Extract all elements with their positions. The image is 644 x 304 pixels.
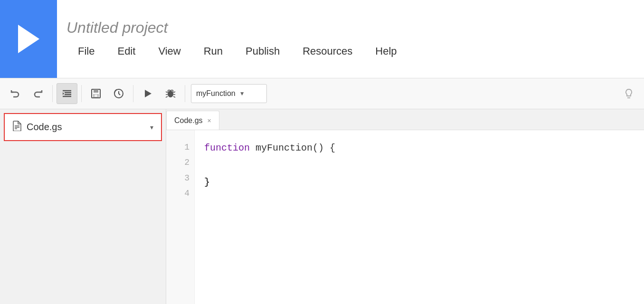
- redo-button[interactable]: [28, 83, 48, 104]
- menu-item-help[interactable]: Help: [364, 43, 408, 59]
- menu-item-edit[interactable]: Edit: [106, 43, 147, 59]
- code-content[interactable]: function myFunction() { }: [195, 130, 644, 304]
- code-line-4: [204, 191, 635, 208]
- file-dropdown-arrow-icon: ▾: [150, 124, 153, 131]
- keyword-function: function: [204, 142, 250, 153]
- line-number-3: 3: [171, 171, 189, 186]
- svg-rect-5: [94, 89, 98, 93]
- separator-4: [185, 85, 185, 102]
- tab-close-button[interactable]: ×: [208, 117, 211, 124]
- top-bar: Untitled project File Edit View Run Publ…: [0, 0, 644, 78]
- separator-1: [52, 85, 53, 102]
- code-line-3: }: [204, 174, 635, 191]
- file-icon: [12, 121, 22, 133]
- debug-icon: [165, 88, 176, 99]
- line-number-1: 1: [171, 140, 189, 155]
- logo-arrow-icon: [18, 25, 39, 53]
- save-button[interactable]: [85, 83, 106, 104]
- format-button[interactable]: [57, 83, 77, 104]
- save-icon: [90, 88, 102, 99]
- file-item[interactable]: Code.gs ▾: [4, 113, 162, 141]
- separator-2: [81, 85, 82, 102]
- history-button[interactable]: [108, 83, 129, 104]
- code-line-1: function myFunction() {: [204, 140, 635, 157]
- svg-rect-7: [95, 95, 97, 97]
- menu-item-file[interactable]: File: [66, 43, 106, 59]
- history-icon: [113, 88, 124, 99]
- redo-icon: [32, 88, 44, 99]
- hint-button[interactable]: [618, 83, 639, 104]
- function-name-label: myFunction: [196, 89, 236, 98]
- logo-area[interactable]: [0, 0, 57, 78]
- svg-marker-9: [145, 90, 152, 97]
- svg-line-13: [166, 92, 168, 93]
- tab-bar: Code.gs ×: [166, 109, 644, 130]
- function-dropdown-arrow-icon: ▼: [239, 90, 262, 97]
- function-selector[interactable]: myFunction ▼: [191, 84, 267, 103]
- undo-button[interactable]: [5, 83, 26, 104]
- run-button[interactable]: [137, 83, 158, 104]
- title-menu-area: Untitled project File Edit View Run Publ…: [57, 0, 644, 78]
- svg-line-18: [173, 96, 175, 97]
- main-content: Code.gs ▾ Code.gs × 1 2 3 4 function myF: [0, 109, 644, 304]
- function-name-code: myFunction() {: [256, 142, 335, 153]
- run-icon: [142, 88, 153, 99]
- sidebar: Code.gs ▾: [0, 109, 166, 304]
- separator-3: [133, 85, 133, 102]
- svg-line-17: [166, 96, 168, 97]
- format-icon: [61, 88, 73, 99]
- closing-brace: }: [204, 177, 210, 188]
- project-title: Untitled project: [66, 19, 644, 37]
- toolbar: myFunction ▼: [0, 78, 644, 109]
- code-line-2: [204, 157, 635, 174]
- file-name-label: Code.gs: [27, 122, 145, 133]
- menu-item-run[interactable]: Run: [192, 43, 234, 59]
- line-numbers: 1 2 3 4: [166, 130, 195, 304]
- menu-bar: File Edit View Run Publish Resources Hel…: [66, 43, 644, 59]
- tab-label: Code.gs: [174, 116, 203, 125]
- editor-area: Code.gs × 1 2 3 4 function myFunction() …: [166, 109, 644, 304]
- lightbulb-icon: [623, 88, 635, 99]
- menu-item-publish[interactable]: Publish: [234, 43, 291, 59]
- code-editor[interactable]: 1 2 3 4 function myFunction() { }: [166, 130, 644, 304]
- undo-icon: [9, 88, 21, 99]
- svg-line-14: [173, 92, 175, 93]
- line-number-4: 4: [171, 186, 189, 201]
- debug-button[interactable]: [160, 83, 181, 104]
- menu-item-view[interactable]: View: [147, 43, 192, 59]
- line-number-2: 2: [171, 155, 189, 170]
- menu-item-resources[interactable]: Resources: [291, 43, 364, 59]
- active-tab[interactable]: Code.gs ×: [166, 111, 219, 130]
